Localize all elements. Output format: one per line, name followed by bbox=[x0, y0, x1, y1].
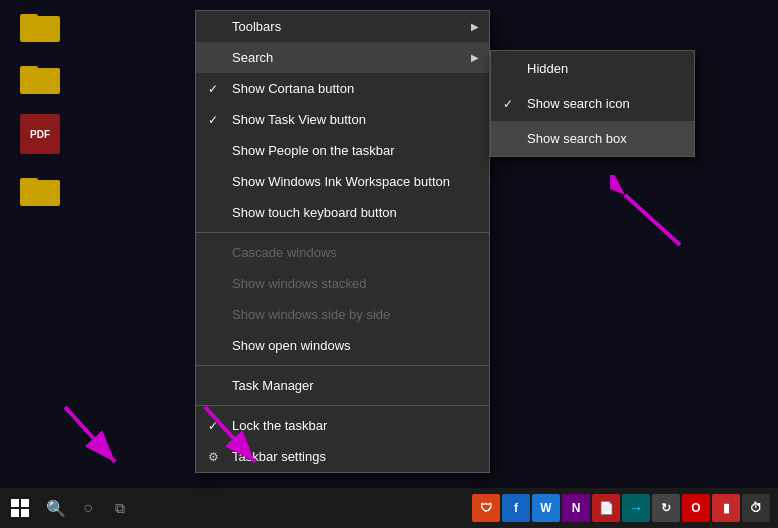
menu-item-show-ink[interactable]: Show Windows Ink Workspace button bbox=[196, 166, 489, 197]
toolbars-label: Toolbars bbox=[232, 19, 281, 34]
task-view-button[interactable]: ⧉ bbox=[104, 488, 136, 528]
menu-item-show-open[interactable]: Show open windows bbox=[196, 330, 489, 361]
folder-icon-1 bbox=[20, 10, 60, 42]
taskbar-app-shield[interactable]: 🛡 bbox=[472, 494, 500, 522]
task-manager-label: Task Manager bbox=[232, 378, 314, 393]
taskbar-app-file[interactable]: 📄 bbox=[592, 494, 620, 522]
word-icon: W bbox=[540, 501, 551, 515]
menu-item-show-touch[interactable]: Show touch keyboard button bbox=[196, 197, 489, 228]
svg-line-3 bbox=[205, 407, 255, 462]
purple-arrow-search-box bbox=[610, 175, 690, 258]
folder-icon-2 bbox=[20, 62, 60, 94]
cascade-label: Cascade windows bbox=[232, 245, 337, 260]
show-task-view-label: Show Task View button bbox=[232, 112, 366, 127]
shield-icon: 🛡 bbox=[480, 501, 492, 515]
taskbar-search-button[interactable]: 🔍 bbox=[40, 488, 72, 528]
search-menu-item-show-box[interactable]: Show search box bbox=[491, 121, 694, 156]
show-open-label: Show open windows bbox=[232, 338, 351, 353]
menu-item-search[interactable]: Search bbox=[196, 42, 489, 73]
separator-2 bbox=[196, 365, 489, 366]
taskbar-app-onenote[interactable]: N bbox=[562, 494, 590, 522]
svg-line-5 bbox=[625, 195, 680, 245]
search-menu-item-hidden[interactable]: Hidden bbox=[491, 51, 694, 86]
taskbar-right: 🛡 f W N 📄 → ↻ O ▮ bbox=[472, 494, 778, 522]
taskbar-app-opera[interactable]: O bbox=[682, 494, 710, 522]
show-search-box-label: Show search box bbox=[527, 131, 627, 146]
menu-item-stacked: Show windows stacked bbox=[196, 268, 489, 299]
taskbar-app-red[interactable]: ▮ bbox=[712, 494, 740, 522]
flag-icon: f bbox=[514, 501, 518, 515]
opera-icon: O bbox=[691, 501, 700, 515]
pdf-icon: PDF bbox=[20, 114, 60, 154]
separator-1 bbox=[196, 232, 489, 233]
desktop: PDF Toolbars Search Show Cortana button … bbox=[0, 0, 778, 528]
stacked-label: Show windows stacked bbox=[232, 276, 366, 291]
desktop-icon-4[interactable] bbox=[10, 174, 70, 206]
menu-item-side-by-side: Show windows side by side bbox=[196, 299, 489, 330]
show-cortana-label: Show Cortana button bbox=[232, 81, 354, 96]
menu-item-toolbars[interactable]: Toolbars bbox=[196, 11, 489, 42]
show-people-label: Show People on the taskbar bbox=[232, 143, 395, 158]
svg-line-1 bbox=[65, 407, 115, 462]
taskbar-app-flag[interactable]: f bbox=[502, 494, 530, 522]
desktop-icon-3[interactable]: PDF bbox=[10, 114, 70, 154]
show-touch-label: Show touch keyboard button bbox=[232, 205, 397, 220]
search-icon: 🔍 bbox=[46, 499, 66, 518]
context-menu-search: Hidden Show search icon Show search box bbox=[490, 50, 695, 157]
onenote-icon: N bbox=[572, 501, 581, 515]
taskbar-app-misc[interactable]: ↻ bbox=[652, 494, 680, 522]
start-icon bbox=[11, 499, 29, 517]
misc-icon: ↻ bbox=[661, 501, 671, 515]
menu-item-cascade: Cascade windows bbox=[196, 237, 489, 268]
hidden-label: Hidden bbox=[527, 61, 568, 76]
start-sq-3 bbox=[11, 509, 19, 517]
clock-icon: ⏱ bbox=[750, 501, 762, 515]
menu-item-show-task-view[interactable]: Show Task View button bbox=[196, 104, 489, 135]
taskbar-app-word[interactable]: W bbox=[532, 494, 560, 522]
red-icon: ▮ bbox=[723, 501, 730, 515]
arrow-icon: → bbox=[629, 500, 643, 516]
cortana-icon: ○ bbox=[83, 499, 93, 517]
start-sq-2 bbox=[21, 499, 29, 507]
desktop-icon-2[interactable] bbox=[10, 62, 70, 94]
taskbar-app-clock[interactable]: ⏱ bbox=[742, 494, 770, 522]
menu-item-show-people[interactable]: Show People on the taskbar bbox=[196, 135, 489, 166]
start-sq-4 bbox=[21, 509, 29, 517]
show-search-icon-label: Show search icon bbox=[527, 96, 630, 111]
taskbar: 🔍 ○ ⧉ 🛡 f W N 📄 bbox=[0, 488, 778, 528]
purple-arrow-search-taskbar bbox=[195, 397, 275, 480]
menu-item-show-cortana[interactable]: Show Cortana button bbox=[196, 73, 489, 104]
search-menu-item-show-icon[interactable]: Show search icon bbox=[491, 86, 694, 121]
desktop-icons: PDF bbox=[10, 0, 70, 206]
side-by-side-label: Show windows side by side bbox=[232, 307, 390, 322]
file-icon: 📄 bbox=[599, 501, 614, 515]
cortana-button[interactable]: ○ bbox=[72, 488, 104, 528]
desktop-icon-1[interactable] bbox=[10, 10, 70, 42]
folder-icon-4 bbox=[20, 174, 60, 206]
task-view-icon: ⧉ bbox=[115, 500, 125, 517]
start-sq-1 bbox=[11, 499, 19, 507]
show-ink-label: Show Windows Ink Workspace button bbox=[232, 174, 450, 189]
search-label: Search bbox=[232, 50, 273, 65]
taskbar-app-arrow[interactable]: → bbox=[622, 494, 650, 522]
start-button[interactable] bbox=[0, 488, 40, 528]
purple-arrow-taskbar bbox=[55, 397, 135, 480]
